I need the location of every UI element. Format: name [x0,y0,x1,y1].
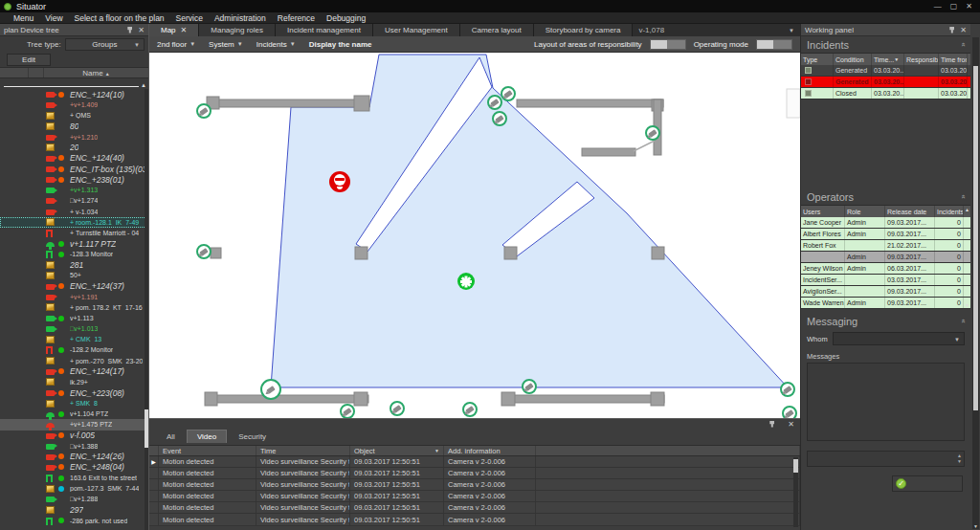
event-tab-all[interactable]: All [157,431,185,443]
incident-row[interactable]: Generated 03.03.20... 03.03.20... [801,77,970,88]
camera-marker[interactable] [501,86,516,101]
tree-item[interactable]: + pom. 178.2_KT_17-16 [0,302,148,313]
camera-marker[interactable] [522,379,537,394]
close-icon[interactable]: ✕ [966,2,972,11]
tree-item[interactable]: □v+1.288 [0,494,148,504]
tree-item[interactable]: ENC_+248(04) [0,462,148,473]
tab-camera-layout[interactable]: Camera layout [460,24,534,36]
operator-row[interactable]: Admin 09.03.2017... 0 [801,252,970,263]
scroll-down-icon[interactable]: ▼ [972,523,979,529]
tab-user-management[interactable]: User Management [373,24,460,36]
pin-icon[interactable] [127,27,132,33]
menu-item[interactable]: Service [176,13,203,23]
camera-marker[interactable] [390,401,405,416]
operator-row[interactable]: Albert Flores Admin 09.03.2017... 0 [801,229,970,240]
event-row[interactable]: ▶ Motion detectedVideo surveillance Secu… [149,456,800,468]
tree-item[interactable]: + pom.-270_SMK_23-20 [0,356,148,366]
incidents-column-header[interactable]: Responsible [904,54,939,65]
menu-item[interactable]: Select a floor on the plan [75,13,165,23]
operators-section-header[interactable]: Operators » [801,188,970,205]
event-row[interactable]: Motion detectedVideo surveillance Securi… [149,468,800,479]
operator-row[interactable]: Jane Cooper Admin 09.03.2017... 0 [801,217,970,229]
incidents-column-header[interactable]: Time from [939,54,968,65]
menu-item[interactable]: Reference [278,13,315,23]
event-row[interactable]: Motion detectedVideo surveillance Securi… [149,514,800,525]
event-tab-video[interactable]: Video [187,430,227,443]
layout-areas-toggle[interactable] [650,39,686,50]
edit-button[interactable]: Edit [7,54,51,66]
tree-item[interactable]: □v+1.274 [0,195,148,206]
tree-item[interactable]: ENC_+223(08) [0,387,148,398]
tree-scrollbar[interactable] [145,89,148,530]
tree-item[interactable]: -128.3 Monitor [0,249,148,259]
operators-column-header[interactable]: Release date [885,206,935,217]
incidents-column-header[interactable]: Type [801,54,834,65]
tree-item[interactable]: 20 [0,143,148,153]
tree-item[interactable]: 80 [0,121,148,131]
incidents-section-header[interactable]: Incidents » [801,36,970,53]
tree-item[interactable]: v+1.113 [0,313,148,323]
tree-item[interactable]: -286 park. not used [0,516,148,526]
minimize-icon[interactable]: — [934,2,942,11]
event-table-scrollbar[interactable] [793,457,798,527]
maximize-icon[interactable]: ▢ [950,2,958,11]
tree-item[interactable]: + Turnstile Marriott - 04 [0,228,148,238]
operators-scrollbar[interactable]: ▲▼ [964,206,970,309]
tree-item[interactable]: + room.-128.1_IK_7-49 [0,217,148,228]
tree-item[interactable]: +v+1.313 [0,185,148,195]
event-row[interactable]: Motion detectedVideo surveillance Securi… [149,479,800,491]
working-panel-scrollbar[interactable]: ▼ [972,37,979,529]
menu-item[interactable]: View [45,13,62,23]
collapse-icon[interactable]: » [958,194,967,198]
operator-row[interactable]: AvigilonSer... 09.03.2017... 0 [801,286,970,298]
tree-item[interactable]: ENC_+238(01) [0,174,148,185]
operating-mode-toggle[interactable] [756,39,792,50]
camera-marker[interactable] [196,244,212,259]
tree-filter-row[interactable]: ▲ [0,78,148,88]
camera-marker[interactable] [780,382,795,397]
incidents-column-header[interactable]: Time... ▼ [872,54,904,65]
tree-item[interactable]: 281 [0,259,148,270]
camera-marker[interactable] [492,111,507,126]
tree-item[interactable]: ENC_+124(10) [0,89,148,99]
tree-item[interactable]: +v+1.210 [0,132,148,143]
event-tab-security[interactable]: Security [229,431,276,443]
display-the-name-button[interactable]: Display the name [309,40,372,49]
operator-row[interactable]: Robert Fox 21.02.2017... 0 [801,240,970,252]
camera-marker[interactable] [487,95,502,110]
event-row[interactable]: Motion detectedVideo surveillance Securi… [149,502,800,514]
operators-column-header[interactable]: Incidents [935,206,964,217]
tree-item[interactable]: pom.-127.3_SMK_7-44 [0,483,148,494]
tree-item[interactable]: +v+1.191 [0,292,148,302]
tree-item[interactable]: v+1.104 PTZ [0,409,148,419]
send-message-button[interactable]: ✓ [892,475,963,492]
event-column-header[interactable]: Object ▼ [350,446,444,455]
tab-managing-roles[interactable]: Managing roles [199,24,276,36]
tab-map[interactable]: Map ✕ [149,24,199,36]
floor-plan-map[interactable] [149,53,800,418]
system-dropdown[interactable]: System▼ [209,40,243,49]
whom-dropdown[interactable]: ▼ [833,332,965,345]
tree-item[interactable]: v+1.117 PTZ [0,238,148,249]
tab-incident-management[interactable]: Incident management [276,24,373,36]
tree-item[interactable]: +v+1.409 [0,99,148,110]
tree-item[interactable]: -128.2 Monitor [0,344,148,355]
operator-row[interactable]: IncidentSer... 03.03.2017... 0 [801,275,970,286]
tree-column-header[interactable]: Name ▲ [0,67,148,78]
event-column-header[interactable]: Add. information [444,446,536,455]
collapse-icon[interactable]: » [958,319,967,322]
tree-item[interactable]: + v-1.034 [0,207,148,217]
tree-type-dropdown[interactable]: Groups ▼ [65,38,145,51]
close-icon[interactable]: ✕ [960,26,967,34]
floor-dropdown[interactable]: 2nd floor▼ [157,40,195,49]
tree-item[interactable]: □v+1.388 [0,441,148,452]
camera-marker[interactable] [782,406,797,418]
tree-item[interactable]: +v+1.475 PTZ [0,419,148,430]
operator-row[interactable]: Jeney Wilson Admin 06.03.2017... 0 [801,263,970,275]
intruder-alert-icon[interactable] [329,171,350,192]
tree-item[interactable]: v-f.005 [0,431,148,441]
pin-icon[interactable] [949,27,954,33]
close-icon[interactable]: ✕ [181,26,188,34]
operator-row[interactable]: Wade Warren Admin 09.03.2017... 0 [801,298,970,309]
chevron-down-icon[interactable]: ▼ [789,24,800,36]
